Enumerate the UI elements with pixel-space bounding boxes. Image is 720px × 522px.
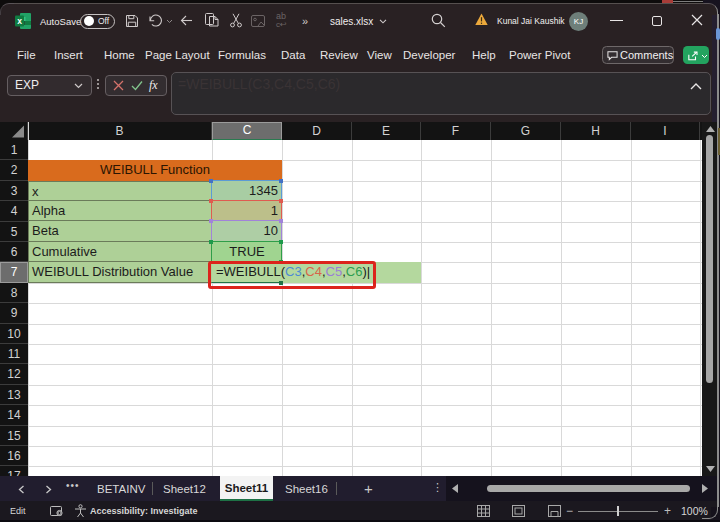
svg-text:x: x bbox=[17, 16, 22, 26]
